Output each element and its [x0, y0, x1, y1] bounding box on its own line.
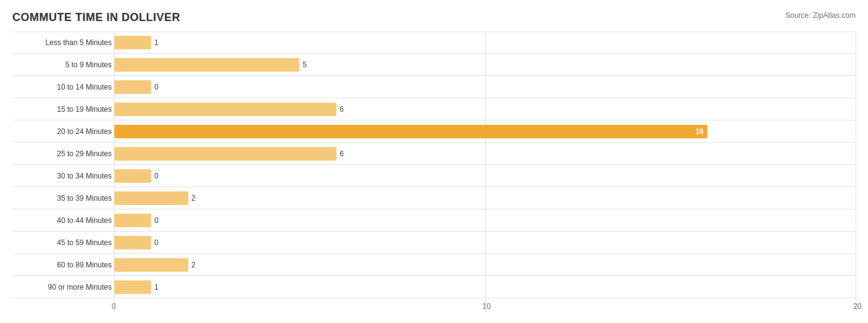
x-axis-label: 20	[853, 302, 861, 311]
bar-value: 2	[191, 261, 196, 269]
bar-fill	[114, 236, 151, 250]
bar-value: 6	[340, 105, 344, 114]
bar-row: Less than 5 Minutes1	[12, 31, 856, 54]
bar-label: 40 to 44 Minutes	[12, 216, 114, 225]
bar-value: 1	[154, 283, 159, 292]
bar-track: 0	[114, 209, 856, 231]
bar-value: 2	[191, 194, 196, 203]
bar-label: 25 to 29 Minutes	[12, 149, 114, 158]
bar-label: 10 to 14 Minutes	[12, 83, 114, 91]
bar-track: 2	[114, 254, 856, 275]
bar-row: 35 to 39 Minutes2	[12, 187, 856, 209]
bar-row: 40 to 44 Minutes0	[12, 209, 856, 232]
bar-label: 15 to 19 Minutes	[12, 105, 114, 114]
bar-value: 1	[154, 38, 159, 47]
bar-label: 60 to 89 Minutes	[12, 261, 114, 269]
bar-track: 16	[114, 120, 856, 142]
bar-fill	[114, 58, 299, 72]
bar-fill	[114, 147, 336, 161]
bar-fill	[114, 214, 151, 227]
bar-value: 0	[154, 238, 159, 247]
bar-row: 60 to 89 Minutes2	[12, 254, 856, 276]
bar-track: 1	[114, 276, 856, 298]
bar-fill	[114, 80, 151, 94]
bar-fill	[114, 169, 151, 183]
bar-value: 0	[154, 83, 159, 91]
bar-fill	[114, 280, 151, 294]
bar-track: 0	[114, 165, 856, 187]
bar-row: 5 to 9 Minutes5	[12, 54, 856, 76]
x-axis: 01020	[114, 300, 856, 312]
chart-area: Less than 5 Minutes15 to 9 Minutes510 to…	[12, 31, 856, 312]
bar-track: 0	[114, 76, 856, 98]
bar-fill	[114, 36, 151, 49]
bar-label: 30 to 34 Minutes	[12, 172, 114, 180]
bar-row: 25 to 29 Minutes6	[12, 143, 856, 165]
bar-track: 6	[114, 98, 856, 120]
bar-fill: 16	[114, 125, 707, 138]
bars-container: Less than 5 Minutes15 to 9 Minutes510 to…	[12, 31, 856, 298]
bar-fill	[114, 191, 188, 205]
bar-row: 90 or more Minutes1	[12, 276, 856, 298]
bar-row: 15 to 19 Minutes6	[12, 98, 856, 120]
bar-value: 16	[695, 127, 703, 136]
bar-row: 20 to 24 Minutes16	[12, 120, 856, 143]
bar-track: 1	[114, 32, 856, 53]
bar-track: 0	[114, 232, 856, 253]
bar-label: 35 to 39 Minutes	[12, 194, 114, 203]
bar-label: 45 to 59 Minutes	[12, 238, 114, 247]
bar-value: 0	[154, 216, 159, 225]
bar-label: 20 to 24 Minutes	[12, 127, 114, 136]
bar-track: 5	[114, 54, 856, 75]
bar-value: 0	[154, 172, 159, 180]
bar-track: 6	[114, 143, 856, 164]
bar-fill	[114, 258, 188, 272]
source-text: Source: ZipAtlas.com	[785, 11, 856, 20]
bar-track: 2	[114, 187, 856, 209]
x-axis-label: 0	[112, 302, 116, 311]
bar-fill	[114, 103, 336, 116]
bar-label: 90 or more Minutes	[12, 283, 114, 292]
bar-label: Less than 5 Minutes	[12, 38, 114, 47]
bar-row: 10 to 14 Minutes0	[12, 76, 856, 98]
header-row: COMMUTE TIME IN DOLLIVER Source: ZipAtla…	[12, 11, 856, 24]
chart-container: COMMUTE TIME IN DOLLIVER Source: ZipAtla…	[0, 0, 868, 323]
bar-label: 5 to 9 Minutes	[12, 61, 114, 69]
bar-row: 30 to 34 Minutes0	[12, 165, 856, 187]
chart-title: COMMUTE TIME IN DOLLIVER	[12, 11, 180, 24]
bar-value: 6	[340, 149, 344, 158]
x-axis-label: 10	[483, 302, 491, 311]
bar-row: 45 to 59 Minutes0	[12, 232, 856, 254]
bar-value: 5	[303, 61, 307, 69]
